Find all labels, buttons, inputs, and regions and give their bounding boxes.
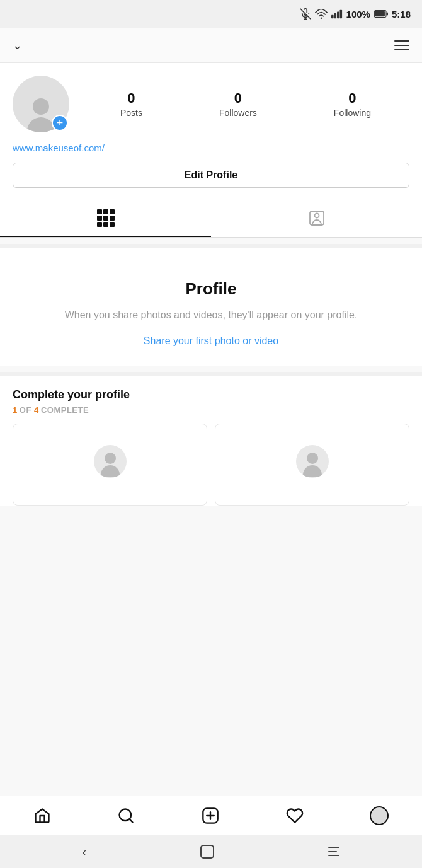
stats-row: 0 Posts 0 Followers 0 Following bbox=[82, 90, 409, 118]
posts-count: 0 bbox=[127, 90, 135, 107]
svg-rect-6 bbox=[337, 11, 339, 18]
tab-grid[interactable] bbox=[0, 200, 211, 237]
posts-stat[interactable]: 0 Posts bbox=[120, 90, 142, 118]
add-icon bbox=[202, 807, 219, 825]
share-first-photo-link[interactable]: Share your first photo or video bbox=[144, 335, 278, 346]
nav-search[interactable] bbox=[108, 803, 144, 828]
followers-count: 0 bbox=[234, 90, 242, 107]
nav-activity[interactable] bbox=[277, 803, 312, 828]
nav-home[interactable] bbox=[25, 803, 60, 828]
profile-content-title: Profile bbox=[13, 279, 409, 299]
progress-current: 1 bbox=[13, 405, 17, 415]
card-avatar-1 bbox=[94, 445, 127, 478]
svg-rect-9 bbox=[386, 12, 388, 15]
complete-profile-section: Complete your profile 1 OF 4 COMPLETE bbox=[0, 372, 422, 506]
recents-icon bbox=[328, 847, 339, 856]
complete-card-2[interactable] bbox=[215, 424, 409, 506]
following-label: Following bbox=[334, 108, 371, 118]
profile-link[interactable]: www.makeuseof.com/ bbox=[13, 142, 409, 154]
nav-profile[interactable] bbox=[361, 802, 397, 829]
grid-icon bbox=[97, 209, 115, 227]
tabs-section bbox=[0, 200, 422, 238]
status-bar: 100% 5:18 bbox=[0, 0, 422, 28]
nav-add[interactable] bbox=[193, 803, 228, 828]
posts-label: Posts bbox=[120, 108, 142, 118]
progress-label: COMPLETE bbox=[41, 405, 89, 415]
complete-card-1[interactable] bbox=[13, 424, 207, 506]
progress-of: OF bbox=[20, 405, 34, 415]
home-icon bbox=[33, 807, 51, 825]
heart-icon bbox=[286, 807, 304, 825]
svg-point-12 bbox=[314, 214, 319, 218]
svg-rect-4 bbox=[331, 15, 334, 18]
svg-rect-5 bbox=[334, 13, 336, 18]
hamburger-menu[interactable] bbox=[394, 40, 409, 50]
profile-header: + 0 Posts 0 Followers 0 Following bbox=[13, 76, 409, 132]
home-square-icon bbox=[200, 845, 214, 859]
profile-content: Profile When you share photos and videos… bbox=[0, 244, 422, 366]
android-recents-button[interactable] bbox=[328, 847, 339, 856]
signal-icon bbox=[331, 9, 343, 19]
add-photo-button[interactable]: + bbox=[52, 115, 68, 131]
battery-icon bbox=[374, 9, 388, 18]
followers-stat[interactable]: 0 Followers bbox=[219, 90, 257, 118]
website-url[interactable]: www.makeuseof.com/ bbox=[13, 142, 105, 153]
mute-icon bbox=[300, 8, 311, 20]
complete-cards bbox=[13, 424, 409, 506]
android-home-button[interactable] bbox=[200, 845, 214, 859]
battery-text: 100% bbox=[346, 9, 370, 20]
time-text: 5:18 bbox=[392, 9, 411, 20]
complete-profile-title: Complete your profile bbox=[13, 388, 409, 402]
edit-profile-button[interactable]: Edit Profile bbox=[13, 163, 409, 188]
profile-section: + 0 Posts 0 Followers 0 Following www.ma… bbox=[0, 63, 422, 200]
profile-content-description: When you share photos and videos, they'l… bbox=[13, 308, 409, 323]
profile-nav-avatar bbox=[370, 806, 389, 825]
wifi-icon bbox=[315, 9, 328, 19]
following-count: 0 bbox=[348, 90, 356, 107]
bottom-nav bbox=[0, 796, 422, 835]
svg-point-3 bbox=[320, 17, 322, 19]
top-nav: ⌄ bbox=[0, 28, 422, 63]
spacer bbox=[0, 506, 422, 796]
following-stat[interactable]: 0 Following bbox=[334, 90, 371, 118]
progress-total: 4 bbox=[34, 405, 38, 415]
complete-profile-progress: 1 OF 4 COMPLETE bbox=[13, 405, 409, 415]
followers-label: Followers bbox=[219, 108, 257, 118]
android-nav: ‹ bbox=[0, 835, 422, 868]
svg-rect-7 bbox=[339, 10, 342, 19]
status-icons: 100% 5:18 bbox=[300, 8, 411, 20]
avatar-wrapper[interactable]: + bbox=[13, 76, 69, 132]
back-arrow-icon: ‹ bbox=[83, 845, 87, 859]
search-icon bbox=[117, 807, 135, 825]
tag-icon bbox=[308, 209, 326, 227]
svg-rect-10 bbox=[375, 11, 385, 16]
card-avatar-2 bbox=[296, 445, 329, 478]
android-back-button[interactable]: ‹ bbox=[83, 845, 87, 859]
chevron-down-icon[interactable]: ⌄ bbox=[13, 38, 22, 52]
avatar-body bbox=[27, 117, 55, 132]
svg-line-14 bbox=[130, 819, 133, 822]
tab-tagged[interactable] bbox=[211, 200, 422, 237]
avatar-head bbox=[33, 98, 49, 115]
